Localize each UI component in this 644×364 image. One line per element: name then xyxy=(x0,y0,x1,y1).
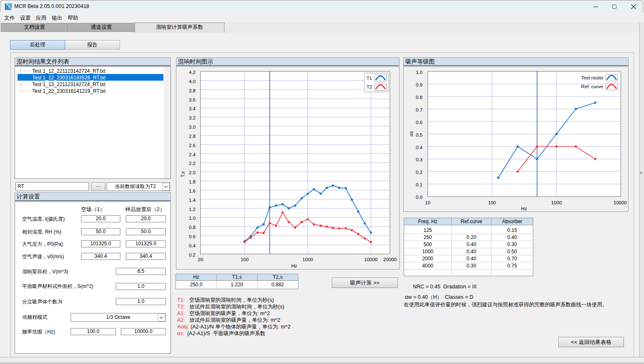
svg-text:0.8: 0.8 xyxy=(416,95,423,100)
svg-text:4.2: 4.2 xyxy=(189,70,196,75)
svg-text:0.5: 0.5 xyxy=(416,132,423,137)
svg-text:1.2: 1.2 xyxy=(189,207,196,212)
svg-text:2.6: 2.6 xyxy=(189,143,196,148)
svg-text:3.2: 3.2 xyxy=(189,115,196,120)
svg-text:0.0: 0.0 xyxy=(416,195,423,200)
svg-text:0.9: 0.9 xyxy=(416,82,423,87)
svg-text:Ref. curve: Ref. curve xyxy=(581,84,603,89)
svg-text:10000: 10000 xyxy=(613,200,627,205)
svg-text:0.6: 0.6 xyxy=(416,120,423,125)
svg-text:1000: 1000 xyxy=(551,200,562,205)
svg-text:0.1: 0.1 xyxy=(416,182,423,187)
svg-text:1000: 1000 xyxy=(303,257,313,262)
svg-text:1.0: 1.0 xyxy=(189,216,196,221)
svg-text:1.8: 1.8 xyxy=(189,179,196,184)
svg-text:3.6: 3.6 xyxy=(189,97,196,102)
svg-text:Test reulst: Test reulst xyxy=(581,75,603,80)
svg-text:Hz: Hz xyxy=(291,263,297,268)
svg-text:0.3: 0.3 xyxy=(416,157,423,162)
svg-text:T1: T1 xyxy=(367,76,372,81)
svg-text:1.4: 1.4 xyxy=(189,198,196,203)
svg-text:0.4: 0.4 xyxy=(189,243,196,248)
svg-text:100: 100 xyxy=(488,200,496,205)
svg-text:T,s: T,s xyxy=(180,171,185,177)
svg-text:4.0: 4.0 xyxy=(189,79,196,84)
svg-text:0.7: 0.7 xyxy=(416,107,423,112)
svg-text:20000: 20000 xyxy=(383,257,397,262)
svg-text:Hz: Hz xyxy=(521,206,527,211)
svg-text:10: 10 xyxy=(425,200,430,205)
svg-text:2.8: 2.8 xyxy=(189,134,196,139)
svg-text:0.6: 0.6 xyxy=(189,234,196,239)
svg-text:2.4: 2.4 xyxy=(189,152,196,157)
svg-text:100: 100 xyxy=(241,257,249,262)
svg-text:T2: T2 xyxy=(367,84,372,89)
svg-text:0.2: 0.2 xyxy=(416,170,423,175)
svg-text:3.0: 3.0 xyxy=(189,125,196,130)
svg-text:1.6: 1.6 xyxy=(189,188,196,193)
svg-text:3.4: 3.4 xyxy=(189,106,196,111)
svg-text:αs: αs xyxy=(409,131,414,137)
svg-text:20: 20 xyxy=(198,257,203,262)
svg-text:10000: 10000 xyxy=(364,257,378,262)
svg-text:1.0: 1.0 xyxy=(416,70,423,75)
svg-text:2.0: 2.0 xyxy=(189,170,196,175)
svg-text:2.2: 2.2 xyxy=(189,161,196,166)
svg-text:0.4: 0.4 xyxy=(416,145,423,150)
svg-text:0.2: 0.2 xyxy=(189,252,196,257)
svg-text:3.8: 3.8 xyxy=(189,88,196,93)
svg-text:0.8: 0.8 xyxy=(189,225,196,230)
